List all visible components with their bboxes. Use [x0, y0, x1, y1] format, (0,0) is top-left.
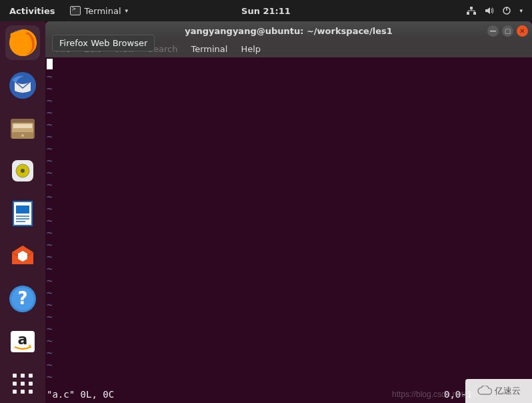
tilde-column: ~~~~~~~~~~~~~~~~~~~~~~~~~~ [45, 57, 532, 383]
activities-button[interactable]: Activities [0, 6, 65, 16]
clock-label[interactable]: Sun 21:11 [241, 6, 291, 16]
dock: ? a [0, 21, 45, 403]
network-icon[interactable] [466, 6, 477, 15]
svg-text:a: a [18, 331, 28, 348]
status-file-info: "a.c" 0L, 0C [47, 388, 444, 400]
files-icon[interactable] [5, 111, 40, 145]
svg-rect-1 [473, 12, 476, 15]
menu-terminal[interactable]: Terminal [184, 44, 234, 54]
software-icon[interactable] [5, 239, 40, 274]
svg-rect-2 [470, 7, 473, 9]
close-button[interactable]: ✕ [517, 25, 528, 37]
show-apps-icon[interactable] [13, 374, 33, 394]
app-menu[interactable]: Terminal ▾ [65, 6, 133, 16]
chevron-down-icon: ▾ [125, 7, 129, 14]
window-title: yangyangyang@ubuntu: ~/workspace/les1 [185, 26, 392, 36]
svg-point-14 [21, 169, 25, 173]
svg-text:?: ? [17, 288, 27, 308]
power-icon[interactable] [502, 6, 511, 15]
amazon-icon[interactable]: a [5, 324, 40, 359]
maximize-button[interactable]: ▢ [502, 25, 513, 37]
menu-help[interactable]: Help [234, 44, 267, 54]
volume-icon[interactable] [485, 6, 494, 15]
thunderbird-icon[interactable] [5, 68, 40, 103]
svg-rect-16 [16, 206, 29, 214]
system-tray[interactable]: ▾ [466, 6, 532, 15]
writer-icon[interactable] [5, 196, 40, 231]
watermark-logo-text: 亿速云 [495, 385, 521, 397]
app-menu-label: Terminal [85, 6, 121, 16]
rhythmbox-icon[interactable] [5, 153, 40, 188]
firefox-icon[interactable] [5, 25, 40, 60]
tooltip-firefox: Firefox Web Browser [52, 35, 155, 51]
help-icon[interactable]: ? [5, 282, 40, 316]
svg-rect-0 [467, 12, 469, 15]
terminal-icon [70, 6, 81, 15]
terminal-window: yangyangyang@ubuntu: ~/workspace/les1 — … [45, 21, 532, 403]
minimize-button[interactable]: — [487, 25, 499, 37]
cursor [47, 59, 53, 69]
chevron-down-icon: ▾ [519, 7, 523, 14]
watermark-logo: 亿速云 [465, 379, 532, 403]
vim-editor[interactable]: ~~~~~~~~~~~~~~~~~~~~~~~~~~ "a.c" 0L, 0C … [45, 57, 532, 403]
gnome-top-panel: Activities Terminal ▾ Sun 21:11 ▾ [0, 0, 532, 21]
svg-point-11 [21, 134, 24, 137]
svg-rect-9 [13, 124, 32, 128]
